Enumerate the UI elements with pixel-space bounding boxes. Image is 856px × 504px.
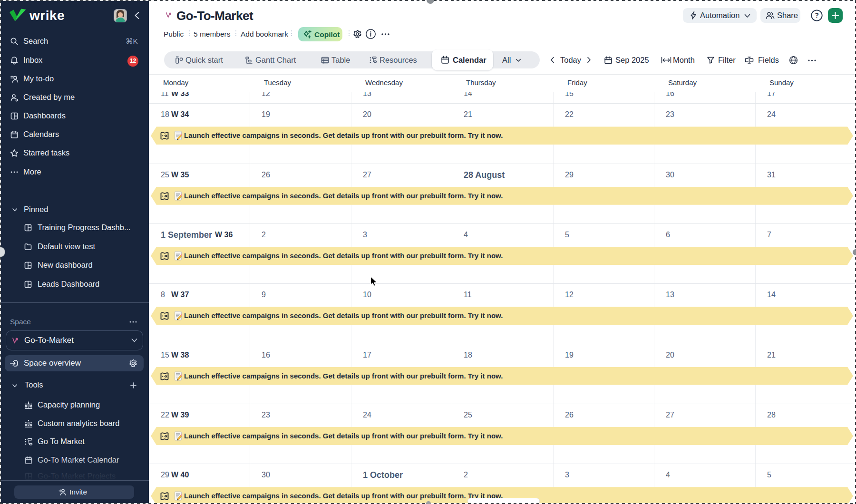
svg-text:?: ?: [815, 11, 819, 19]
